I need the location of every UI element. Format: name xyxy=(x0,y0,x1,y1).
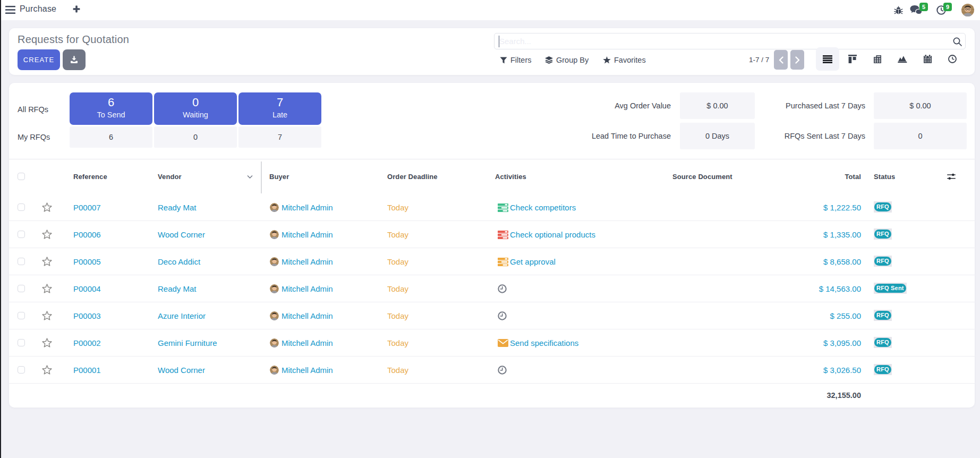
favorite-star-icon[interactable] xyxy=(42,365,52,375)
row-checkbox[interactable] xyxy=(18,285,25,292)
column-header-source-document[interactable]: Source Document xyxy=(672,159,732,194)
order-deadline-cell[interactable]: Today xyxy=(387,221,408,248)
table-row[interactable]: P00004 Ready Mat Mitchell Admin Today xyxy=(9,275,975,302)
search-icon[interactable] xyxy=(953,37,962,46)
favorites-button[interactable]: Favorites xyxy=(603,50,646,70)
row-checkbox[interactable] xyxy=(18,231,25,238)
reference-link[interactable]: P00003 xyxy=(73,302,101,329)
favorite-star-icon[interactable] xyxy=(42,202,52,212)
row-checkbox[interactable] xyxy=(18,366,25,374)
column-header-activities[interactable]: Activities xyxy=(495,159,526,194)
activity-cell[interactable] xyxy=(498,302,508,329)
activities-badge[interactable]: 9 xyxy=(943,3,952,11)
reference-link[interactable]: P00001 xyxy=(73,357,101,384)
status-badge: RFQ Sent xyxy=(874,283,907,295)
favorite-star-icon[interactable] xyxy=(42,257,52,266)
order-deadline-cell[interactable]: Today xyxy=(387,275,408,302)
vendor-link[interactable]: Wood Corner xyxy=(158,357,205,384)
table-row[interactable]: P00006 Wood Corner Mitchell Admin Today xyxy=(9,221,975,248)
order-deadline-cell[interactable]: Today xyxy=(387,329,408,357)
activity-label: Send specifications xyxy=(510,329,578,357)
buyer-cell[interactable]: Mitchell Admin xyxy=(270,248,333,275)
my-to-send-cell[interactable]: 6 xyxy=(70,126,152,148)
reference-link[interactable]: P00004 xyxy=(73,275,101,302)
reference-link[interactable]: P00002 xyxy=(73,329,101,357)
favorite-star-icon[interactable] xyxy=(42,311,52,320)
avatar[interactable] xyxy=(961,4,974,16)
order-deadline-cell[interactable]: Today xyxy=(387,248,408,275)
view-switch-pivot-button[interactable] xyxy=(866,47,889,71)
bug-icon[interactable] xyxy=(894,6,903,15)
column-header-order-deadline[interactable]: Order Deadline xyxy=(387,159,438,194)
reference-link[interactable]: P00006 xyxy=(73,221,101,248)
vendor-link[interactable]: Azure Interior xyxy=(158,302,206,329)
row-checkbox[interactable] xyxy=(18,339,25,346)
column-header-total[interactable]: Total xyxy=(845,159,861,194)
create-button[interactable]: CREATE xyxy=(18,49,60,70)
buyer-cell[interactable]: Mitchell Admin xyxy=(270,357,333,384)
optional-columns-icon[interactable] xyxy=(947,173,956,181)
dash-card-waiting[interactable]: 0 Waiting xyxy=(154,92,237,125)
my-rfqs-label: My RFQs xyxy=(18,126,50,148)
my-late-cell[interactable]: 7 xyxy=(238,126,321,148)
table-row[interactable]: P00001 Wood Corner Mitchell Admin Today xyxy=(9,357,975,384)
buyer-cell[interactable]: Mitchell Admin xyxy=(270,302,333,329)
dash-card-to-send[interactable]: 6 To Send xyxy=(70,92,152,125)
buyer-cell[interactable]: Mitchell Admin xyxy=(270,194,333,221)
vendor-link[interactable]: Ready Mat xyxy=(158,194,197,221)
table-row[interactable]: P00003 Azure Interior Mitchell Admin Tod… xyxy=(9,302,975,329)
search-input[interactable] xyxy=(499,36,945,47)
chevron-down-icon[interactable] xyxy=(247,175,253,179)
vendor-link[interactable]: Deco Addict xyxy=(158,248,200,275)
export-button[interactable] xyxy=(63,49,86,70)
buyer-cell[interactable]: Mitchell Admin xyxy=(270,221,333,248)
favorite-star-icon[interactable] xyxy=(42,284,52,293)
reference-link[interactable]: P00005 xyxy=(73,248,101,275)
order-deadline-cell[interactable]: Today xyxy=(387,302,408,329)
status-badge-bg: RFQ Sent xyxy=(874,283,907,294)
reference-link[interactable]: P00007 xyxy=(73,194,101,221)
pager-previous-button[interactable] xyxy=(774,50,788,70)
order-deadline-cell[interactable]: Today xyxy=(387,357,408,384)
activity-cell[interactable]: Send specifications xyxy=(498,329,578,357)
dash-card-late[interactable]: 7 Late xyxy=(238,92,321,125)
row-checkbox[interactable] xyxy=(18,312,25,319)
column-divider[interactable] xyxy=(261,162,262,193)
column-header-buyer[interactable]: Buyer xyxy=(269,159,289,194)
table-row[interactable]: P00002 Gemini Furniture Mitchell Admin T… xyxy=(9,329,975,357)
pager-next-button[interactable] xyxy=(790,50,804,70)
calendar-view-icon-button[interactable] xyxy=(916,47,939,71)
table-row[interactable]: P00005 Deco Addict Mitchell Admin Today xyxy=(9,248,975,275)
app-title[interactable]: Purchase xyxy=(20,4,56,14)
column-header-reference[interactable]: Reference xyxy=(73,159,107,194)
table-row[interactable]: P00007 Ready Mat Mitchell Admin Today xyxy=(9,194,975,221)
activity-cell[interactable] xyxy=(498,275,508,302)
activity-cell[interactable]: Check competitors xyxy=(498,194,576,221)
buyer-cell[interactable]: Mitchell Admin xyxy=(270,329,333,357)
buyer-cell[interactable]: Mitchell Admin xyxy=(270,275,333,302)
activity-cell[interactable] xyxy=(498,357,508,384)
order-deadline-cell[interactable]: Today xyxy=(387,194,408,221)
messages-badge[interactable]: 5 xyxy=(919,3,928,11)
favorite-star-icon[interactable] xyxy=(42,230,52,239)
vendor-link[interactable]: Wood Corner xyxy=(158,221,205,248)
column-header-vendor[interactable]: Vendor xyxy=(158,159,182,194)
select-all-checkbox[interactable] xyxy=(18,173,25,180)
filters-button[interactable]: Filters xyxy=(500,50,531,70)
plus-icon[interactable] xyxy=(72,5,81,13)
row-checkbox[interactable] xyxy=(18,258,25,265)
vendor-link[interactable]: Ready Mat xyxy=(158,275,197,302)
activity-cell[interactable]: Get approval xyxy=(498,248,556,275)
view-switch-list-button[interactable] xyxy=(816,47,839,71)
menu-icon[interactable] xyxy=(5,6,15,14)
view-switch-kanban-button[interactable] xyxy=(841,47,864,71)
row-checkbox[interactable] xyxy=(18,203,25,211)
column-header-status[interactable]: Status xyxy=(874,159,895,194)
my-waiting-cell[interactable]: 0 xyxy=(154,126,237,148)
activity-view-icon-button[interactable] xyxy=(941,47,964,71)
activity-cell[interactable]: Check optional products xyxy=(498,221,595,248)
vendor-link[interactable]: Gemini Furniture xyxy=(158,329,217,357)
graph-view-icon-button[interactable] xyxy=(891,47,914,71)
group-by-button[interactable]: Group By xyxy=(545,50,589,70)
favorite-star-icon[interactable] xyxy=(42,338,52,347)
